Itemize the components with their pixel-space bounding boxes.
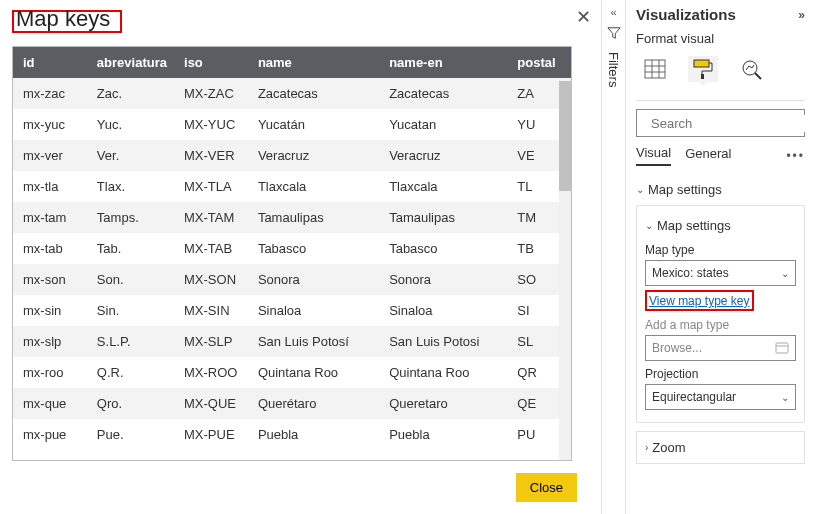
map-settings-header-inner[interactable]: ⌄ Map settings xyxy=(645,214,796,237)
svg-line-8 xyxy=(755,73,761,79)
expanded-icon: ⌄ xyxy=(645,220,653,231)
table-row[interactable]: mx-tabTab.MX-TABTabascoTabascoTB xyxy=(13,233,571,264)
table-row[interactable]: mx-tamTamps.MX-TAMTamaulipasTamaulipasTM xyxy=(13,202,571,233)
table-row[interactable]: mx-slpS.L.P.MX-SLPSan Luis PotosíSan Lui… xyxy=(13,326,571,357)
cell-abr: Zac. xyxy=(87,78,174,109)
cell-iso: MX-ZAC xyxy=(174,78,248,109)
table-row[interactable]: mx-sonSon.MX-SONSonoraSonoraSO xyxy=(13,264,571,295)
table-scrollbar[interactable] xyxy=(559,81,571,460)
map-settings-header-outer[interactable]: ⌄ Map settings xyxy=(636,178,805,201)
table-row[interactable]: mx-queQro.MX-QUEQuerétaroQueretaroQE xyxy=(13,388,571,419)
build-visual-tab[interactable] xyxy=(640,56,670,82)
table-row[interactable]: mx-rooQ.R.MX-ROOQuintana RooQuintana Roo… xyxy=(13,357,571,388)
search-box[interactable] xyxy=(636,109,805,137)
col-header-name[interactable]: name xyxy=(248,47,379,78)
cell-name: Veracruz xyxy=(248,140,379,171)
cell-name: Tamaulipas xyxy=(248,202,379,233)
tab-general[interactable]: General xyxy=(685,146,731,165)
zoom-label: Zoom xyxy=(652,440,685,455)
scroll-thumb[interactable] xyxy=(559,81,571,191)
col-header-name-en[interactable]: name-en xyxy=(379,47,507,78)
collapse-viz-icon[interactable]: » xyxy=(798,8,805,22)
svg-rect-5 xyxy=(694,60,709,67)
cell-abr: Ver. xyxy=(87,140,174,171)
table-row[interactable]: mx-zacZac.MX-ZACZacatecasZacatecasZA xyxy=(13,78,571,109)
close-icon[interactable]: ✕ xyxy=(576,6,591,28)
grid-icon xyxy=(644,59,666,79)
cell-name: Querétaro xyxy=(248,388,379,419)
cell-name_en: Veracruz xyxy=(379,140,507,171)
search-input[interactable] xyxy=(649,115,815,132)
cell-id: mx-tam xyxy=(13,202,87,233)
close-button[interactable]: Close xyxy=(516,473,577,502)
table-row[interactable]: mx-sinSin.MX-SINSinaloaSinaloaSI xyxy=(13,295,571,326)
browse-map-type[interactable]: Browse... xyxy=(645,335,796,361)
map-keys-table: id abreviatura iso name name-en postal m… xyxy=(12,46,572,461)
add-map-type-label: Add a map type xyxy=(645,318,796,332)
more-icon[interactable]: ••• xyxy=(786,149,805,163)
filters-rail[interactable]: « Filters xyxy=(601,0,625,514)
cell-iso: MX-TLA xyxy=(174,171,248,202)
cell-name_en: Zacatecas xyxy=(379,78,507,109)
cell-id: mx-tab xyxy=(13,233,87,264)
cell-name_en: Sonora xyxy=(379,264,507,295)
cell-id: mx-yuc xyxy=(13,109,87,140)
cell-id: mx-tla xyxy=(13,171,87,202)
cell-abr: Tamps. xyxy=(87,202,174,233)
cell-iso: MX-SLP xyxy=(174,326,248,357)
tab-visual[interactable]: Visual xyxy=(636,145,671,166)
zoom-header[interactable]: › Zoom xyxy=(636,431,805,464)
view-map-type-key-link[interactable]: View map type key xyxy=(649,294,750,308)
cell-id: mx-slp xyxy=(13,326,87,357)
map-settings-inner-label: Map settings xyxy=(657,218,731,233)
cell-iso: MX-ROO xyxy=(174,357,248,388)
map-settings-label: Map settings xyxy=(648,182,722,197)
cell-abr: Pue. xyxy=(87,419,174,450)
collapsed-icon: › xyxy=(645,442,648,453)
paint-roller-icon xyxy=(692,58,714,80)
format-visual-tab[interactable] xyxy=(688,56,718,82)
cell-name_en: Yucatan xyxy=(379,109,507,140)
expand-filters-icon[interactable]: « xyxy=(610,6,616,18)
table-row[interactable]: mx-verVer.MX-VERVeracruzVeracruzVE xyxy=(13,140,571,171)
analytics-tab[interactable] xyxy=(736,56,766,82)
cell-id: mx-zac xyxy=(13,78,87,109)
cell-name_en: Puebla xyxy=(379,419,507,450)
cell-name_en: San Luis Potosi xyxy=(379,326,507,357)
visualizations-title: Visualizations xyxy=(636,6,736,23)
cell-name_en: Queretaro xyxy=(379,388,507,419)
col-header-id[interactable]: id xyxy=(13,47,87,78)
cell-abr: Tab. xyxy=(87,233,174,264)
cell-iso: MX-YUC xyxy=(174,109,248,140)
cell-abr: Qro. xyxy=(87,388,174,419)
projection-select[interactable]: Equirectangular ⌄ xyxy=(645,384,796,410)
cell-abr: Yuc. xyxy=(87,109,174,140)
cell-name: Zacatecas xyxy=(248,78,379,109)
cell-name: Quintana Roo xyxy=(248,357,379,388)
cell-iso: MX-SIN xyxy=(174,295,248,326)
cell-name: Yucatán xyxy=(248,109,379,140)
map-type-select[interactable]: Mexico: states ⌄ xyxy=(645,260,796,286)
cell-abr: Sin. xyxy=(87,295,174,326)
chevron-down-icon: ⌄ xyxy=(781,392,789,403)
expanded-icon: ⌄ xyxy=(636,184,644,195)
projection-value: Equirectangular xyxy=(652,390,736,404)
format-visual-subhead: Format visual xyxy=(636,31,805,46)
filters-label: Filters xyxy=(606,52,621,87)
cell-id: mx-pue xyxy=(13,419,87,450)
table-row[interactable]: mx-yucYuc.MX-YUCYucatánYucatanYU xyxy=(13,109,571,140)
cell-name: Tabasco xyxy=(248,233,379,264)
col-header-iso[interactable]: iso xyxy=(174,47,248,78)
cell-name_en: Tamaulipas xyxy=(379,202,507,233)
col-header-postal[interactable]: postal xyxy=(507,47,571,78)
table-header-row: id abreviatura iso name name-en postal xyxy=(13,47,571,78)
dialog-title: Map keys xyxy=(16,6,110,32)
svg-rect-6 xyxy=(701,74,704,79)
filter-icon xyxy=(607,26,621,40)
table-row[interactable]: mx-puePue.MX-PUEPueblaPueblaPU xyxy=(13,419,571,450)
cell-iso: MX-QUE xyxy=(174,388,248,419)
cell-name: Tlaxcala xyxy=(248,171,379,202)
table-row[interactable]: mx-tlaTlax.MX-TLATlaxcalaTlaxcalaTL xyxy=(13,171,571,202)
col-header-abr[interactable]: abreviatura xyxy=(87,47,174,78)
cell-iso: MX-TAB xyxy=(174,233,248,264)
